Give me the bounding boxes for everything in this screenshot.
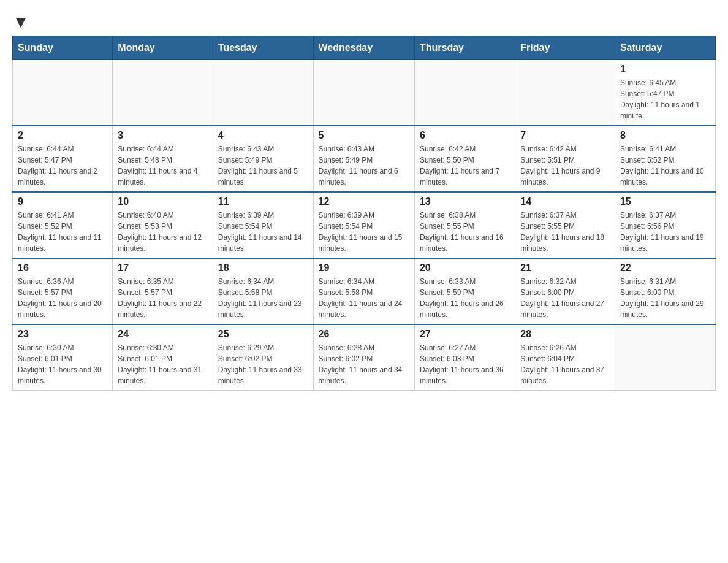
calendar-cell: 22Sunrise: 6:31 AMSunset: 6:00 PMDayligh… [615,258,715,324]
page-header: ▼ [12,12,716,29]
day-info: Sunrise: 6:30 AMSunset: 6:01 PMDaylight:… [18,342,107,386]
day-info: Sunrise: 6:43 AMSunset: 5:49 PMDaylight:… [319,144,409,188]
weekday-header-wednesday: Wednesday [313,36,414,60]
day-info: Sunrise: 6:28 AMSunset: 6:02 PMDaylight:… [319,342,409,386]
calendar-cell: 18Sunrise: 6:34 AMSunset: 5:58 PMDayligh… [213,258,313,324]
calendar-cell: 10Sunrise: 6:40 AMSunset: 5:53 PMDayligh… [113,192,213,258]
day-info: Sunrise: 6:31 AMSunset: 6:00 PMDaylight:… [620,276,710,320]
day-number: 5 [319,130,409,141]
calendar-week-3: 9Sunrise: 6:41 AMSunset: 5:52 PMDaylight… [13,192,716,258]
day-number: 6 [420,130,510,141]
calendar-table: SundayMondayTuesdayWednesdayThursdayFrid… [12,36,716,391]
day-number: 7 [520,130,610,141]
day-info: Sunrise: 6:42 AMSunset: 5:50 PMDaylight:… [420,144,510,188]
day-number: 14 [520,196,610,207]
day-info: Sunrise: 6:29 AMSunset: 6:02 PMDaylight:… [218,342,308,386]
calendar-cell: 24Sunrise: 6:30 AMSunset: 6:01 PMDayligh… [113,324,213,391]
day-number: 19 [319,262,409,274]
calendar-cell: 28Sunrise: 6:26 AMSunset: 6:04 PMDayligh… [515,324,615,391]
day-info: Sunrise: 6:38 AMSunset: 5:55 PMDaylight:… [420,210,510,254]
calendar-cell: 26Sunrise: 6:28 AMSunset: 6:02 PMDayligh… [313,324,414,391]
day-number: 8 [620,130,710,141]
calendar-cell [414,60,515,126]
calendar-cell: 19Sunrise: 6:34 AMSunset: 5:58 PMDayligh… [313,258,414,324]
calendar-cell: 21Sunrise: 6:32 AMSunset: 6:00 PMDayligh… [515,258,615,324]
calendar-cell: 11Sunrise: 6:39 AMSunset: 5:54 PMDayligh… [213,192,313,258]
day-number: 4 [218,130,308,141]
day-info: Sunrise: 6:36 AMSunset: 5:57 PMDaylight:… [18,276,107,320]
day-number: 2 [18,130,107,141]
day-number: 15 [620,196,710,207]
calendar-cell: 1Sunrise: 6:45 AMSunset: 5:47 PMDaylight… [615,60,715,126]
day-info: Sunrise: 6:41 AMSunset: 5:52 PMDaylight:… [18,210,107,254]
calendar-cell: 7Sunrise: 6:42 AMSunset: 5:51 PMDaylight… [515,126,615,192]
day-number: 20 [420,262,510,274]
day-number: 25 [218,329,308,340]
weekday-header-saturday: Saturday [615,36,715,60]
day-number: 17 [118,262,207,274]
day-number: 11 [218,196,308,207]
day-info: Sunrise: 6:35 AMSunset: 5:57 PMDaylight:… [118,276,207,320]
calendar-cell: 4Sunrise: 6:43 AMSunset: 5:49 PMDaylight… [213,126,313,192]
calendar-cell: 5Sunrise: 6:43 AMSunset: 5:49 PMDaylight… [313,126,414,192]
logo: ▼ [12,12,29,29]
calendar-cell: 12Sunrise: 6:39 AMSunset: 5:54 PMDayligh… [313,192,414,258]
day-number: 13 [420,196,510,207]
calendar-cell: 9Sunrise: 6:41 AMSunset: 5:52 PMDaylight… [13,192,113,258]
calendar-cell: 17Sunrise: 6:35 AMSunset: 5:57 PMDayligh… [113,258,213,324]
day-info: Sunrise: 6:37 AMSunset: 5:56 PMDaylight:… [620,210,710,254]
day-info: Sunrise: 6:37 AMSunset: 5:55 PMDaylight:… [520,210,610,254]
day-info: Sunrise: 6:30 AMSunset: 6:01 PMDaylight:… [118,342,207,386]
calendar-cell: 3Sunrise: 6:44 AMSunset: 5:48 PMDaylight… [113,126,213,192]
calendar-cell: 2Sunrise: 6:44 AMSunset: 5:47 PMDaylight… [13,126,113,192]
weekday-header-sunday: Sunday [13,36,113,60]
calendar-header-row: SundayMondayTuesdayWednesdayThursdayFrid… [13,36,716,60]
weekday-header-thursday: Thursday [414,36,515,60]
day-info: Sunrise: 6:32 AMSunset: 6:00 PMDaylight:… [520,276,610,320]
calendar-cell: 15Sunrise: 6:37 AMSunset: 5:56 PMDayligh… [615,192,715,258]
calendar-week-1: 1Sunrise: 6:45 AMSunset: 5:47 PMDaylight… [13,60,716,126]
day-info: Sunrise: 6:43 AMSunset: 5:49 PMDaylight:… [218,144,308,188]
calendar-cell [515,60,615,126]
day-number: 9 [18,196,107,207]
day-number: 16 [18,262,107,274]
calendar-cell [213,60,313,126]
weekday-header-monday: Monday [113,36,213,60]
day-info: Sunrise: 6:40 AMSunset: 5:53 PMDaylight:… [118,210,207,254]
day-number: 1 [620,64,710,75]
day-number: 24 [118,329,207,340]
calendar-cell [313,60,414,126]
calendar-cell: 16Sunrise: 6:36 AMSunset: 5:57 PMDayligh… [13,258,113,324]
calendar-cell: 25Sunrise: 6:29 AMSunset: 6:02 PMDayligh… [213,324,313,391]
day-info: Sunrise: 6:44 AMSunset: 5:48 PMDaylight:… [118,144,207,188]
calendar-cell [113,60,213,126]
day-number: 26 [319,329,409,340]
day-info: Sunrise: 6:34 AMSunset: 5:58 PMDaylight:… [218,276,308,320]
day-info: Sunrise: 6:26 AMSunset: 6:04 PMDaylight:… [520,342,610,386]
calendar-cell: 13Sunrise: 6:38 AMSunset: 5:55 PMDayligh… [414,192,515,258]
day-info: Sunrise: 6:39 AMSunset: 5:54 PMDaylight:… [319,210,409,254]
day-number: 18 [218,262,308,274]
day-info: Sunrise: 6:41 AMSunset: 5:52 PMDaylight:… [620,144,710,188]
day-number: 27 [420,329,510,340]
calendar-cell: 6Sunrise: 6:42 AMSunset: 5:50 PMDaylight… [414,126,515,192]
day-info: Sunrise: 6:42 AMSunset: 5:51 PMDaylight:… [520,144,610,188]
day-number: 23 [18,329,107,340]
day-info: Sunrise: 6:44 AMSunset: 5:47 PMDaylight:… [18,144,107,188]
day-number: 12 [319,196,409,207]
day-info: Sunrise: 6:39 AMSunset: 5:54 PMDaylight:… [218,210,308,254]
day-info: Sunrise: 6:27 AMSunset: 6:03 PMDaylight:… [420,342,510,386]
day-info: Sunrise: 6:45 AMSunset: 5:47 PMDaylight:… [620,77,710,121]
calendar-week-2: 2Sunrise: 6:44 AMSunset: 5:47 PMDaylight… [13,126,716,192]
calendar-cell [13,60,113,126]
calendar-week-4: 16Sunrise: 6:36 AMSunset: 5:57 PMDayligh… [13,258,716,324]
calendar-cell: 14Sunrise: 6:37 AMSunset: 5:55 PMDayligh… [515,192,615,258]
day-number: 10 [118,196,207,207]
calendar-week-5: 23Sunrise: 6:30 AMSunset: 6:01 PMDayligh… [13,324,716,391]
weekday-header-tuesday: Tuesday [213,36,313,60]
weekday-header-friday: Friday [515,36,615,60]
calendar-cell: 8Sunrise: 6:41 AMSunset: 5:52 PMDaylight… [615,126,715,192]
day-number: 3 [118,130,207,141]
day-info: Sunrise: 6:34 AMSunset: 5:58 PMDaylight:… [319,276,409,320]
day-number: 28 [520,329,610,340]
